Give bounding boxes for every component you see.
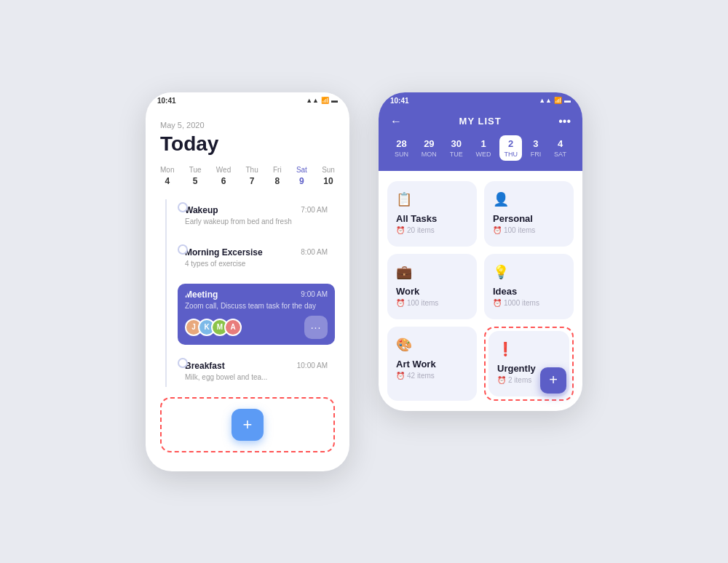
meeting-title: Meeting	[185, 290, 218, 300]
wakeup-title: Wakeup	[185, 205, 218, 215]
dot-meeting	[178, 287, 188, 297]
cal-day-4[interactable]: 4 SAT	[550, 135, 571, 161]
week-day-sun[interactable]: Sun 10	[322, 166, 335, 186]
meeting-avatars: J K M A ···	[185, 316, 328, 339]
all-tasks-name: All Tasks	[396, 213, 437, 224]
urgently-icon: ❗	[497, 341, 513, 357]
day-num-mon: 4	[165, 176, 170, 186]
day-num-thu: 7	[250, 176, 255, 186]
meeting-time: 9:00 AM	[301, 290, 328, 298]
task-card-artwork[interactable]: 🎨 Art Work ⏰ 42 items	[387, 327, 477, 401]
app-wrapper: 10:41 ▲▲ 📶 ▬ May 5, 2020 Today Mon 4 Tue…	[116, 63, 612, 500]
urgently-add-wrapper: ❗ Urgently ⏰ 2 items +	[484, 327, 574, 401]
task-card-all-tasks[interactable]: 📋 All Tasks ⏰ 20 items	[387, 181, 477, 247]
right-nav: ← MY LIST •••	[390, 115, 571, 128]
cal-day-29[interactable]: 29 MON	[417, 135, 441, 161]
day-num-fri: 8	[274, 176, 280, 186]
week-day-fri[interactable]: Fri 8	[273, 166, 282, 186]
clock-icon-2: ⏰	[493, 226, 502, 234]
task-card-work[interactable]: 💼 Work ⏰ 100 items	[387, 254, 477, 319]
day-num-wed: 6	[221, 176, 226, 186]
cal-day-1[interactable]: 1 WED	[472, 135, 496, 161]
wifi-icon: 📶	[321, 97, 329, 104]
week-day-thu[interactable]: Thu 7	[245, 166, 258, 186]
day-num-tue: 5	[193, 176, 198, 186]
clock-icon-3: ⏰	[396, 299, 405, 307]
right-status-bar: 10:41 ▲▲ 📶 ▬	[379, 92, 582, 109]
meeting-more-button[interactable]: ···	[304, 316, 328, 339]
list-title: MY LIST	[459, 116, 502, 127]
meeting-desc: Zoom call, Discuss team task for the day	[185, 302, 328, 310]
ideas-icon: 💡	[493, 264, 509, 280]
dots-icon: ···	[311, 322, 322, 333]
timeline-line	[165, 199, 167, 387]
day-name-wed: Wed	[216, 166, 231, 174]
battery-icon-r: ▬	[564, 97, 571, 104]
cal-day-30[interactable]: 30 TUE	[446, 135, 467, 161]
card-exercise: Morning Excersise 8:00 AM 4 types of exe…	[178, 241, 335, 273]
timeline-item-exercise[interactable]: Morning Excersise 8:00 AM 4 types of exe…	[178, 241, 335, 273]
timeline-item-breakfast[interactable]: Breakfast 10:00 AM Milk, egg bowel and t…	[178, 355, 335, 387]
card-breakfast: Breakfast 10:00 AM Milk, egg bowel and t…	[178, 355, 335, 387]
avatars-group: J K M A	[185, 319, 237, 336]
work-count: ⏰ 100 items	[396, 299, 438, 307]
breakfast-title: Breakfast	[185, 361, 225, 371]
task-card-personal[interactable]: 👤 Personal ⏰ 100 items	[484, 181, 574, 247]
artwork-icon: 🎨	[396, 337, 412, 353]
timeline-item-wakeup[interactable]: Wakeup 7:00 AM Early wakeup from bed and…	[178, 199, 335, 231]
back-button[interactable]: ←	[390, 115, 402, 128]
add-event-button[interactable]: +	[232, 409, 264, 441]
all-tasks-icon: 📋	[396, 191, 412, 207]
wifi-icon-r: 📶	[554, 97, 562, 104]
ideas-count: ⏰ 1000 items	[493, 299, 539, 307]
cal-day-3[interactable]: 3 FRI	[526, 135, 546, 161]
wakeup-desc: Early wakeup from bed and fresh	[185, 217, 328, 225]
left-status-icons: ▲▲ 📶 ▬	[306, 97, 338, 104]
week-day-mon[interactable]: Mon 4	[160, 166, 174, 186]
left-time: 10:41	[157, 97, 176, 105]
day-name-thu: Thu	[245, 166, 258, 174]
day-name-sat: Sat	[296, 166, 307, 174]
today-title: Today	[160, 132, 335, 156]
battery-icon: ▬	[331, 97, 338, 104]
right-status-icons: ▲▲ 📶 ▬	[539, 97, 571, 104]
calendar-row: 28 SUN 29 MON 30 TUE 1 WED 2 THU	[390, 135, 571, 161]
day-num-sat: 9	[299, 176, 304, 186]
urgently-add-button[interactable]: +	[540, 367, 566, 394]
left-phone-body: May 5, 2020 Today Mon 4 Tue 5 Wed 6 Thu …	[146, 109, 349, 471]
date-label: May 5, 2020	[160, 121, 335, 129]
day-num-sun: 10	[323, 176, 333, 186]
urgently-name: Urgently	[497, 363, 536, 374]
clock-icon-1: ⏰	[396, 226, 405, 234]
cal-day-2[interactable]: 2 THU	[499, 135, 522, 161]
card-wakeup: Wakeup 7:00 AM Early wakeup from bed and…	[178, 199, 335, 231]
wakeup-time: 7:00 AM	[301, 206, 328, 214]
clock-icon-6: ⏰	[497, 376, 506, 384]
signal-icon: ▲▲	[306, 97, 319, 104]
cal-day-28[interactable]: 28 SUN	[390, 135, 413, 161]
timeline-item-meeting[interactable]: Meeting 9:00 AM Zoom call, Discuss team …	[178, 284, 335, 345]
artwork-count: ⏰ 42 items	[396, 372, 435, 380]
tasks-grid: 📋 All Tasks ⏰ 20 items 👤 Personal ⏰ 100 …	[387, 181, 574, 401]
exercise-time: 8:00 AM	[301, 248, 328, 256]
right-phone: 10:41 ▲▲ 📶 ▬ ← MY LIST ••• 28 SUN 29 MO	[379, 92, 582, 411]
personal-icon: 👤	[493, 191, 509, 207]
signal-icon-r: ▲▲	[539, 97, 552, 104]
week-day-tue[interactable]: Tue 5	[189, 166, 202, 186]
dot-wakeup	[178, 202, 188, 212]
ideas-name: Ideas	[493, 286, 517, 297]
breakfast-desc: Milk, egg bowel and tea...	[185, 373, 328, 381]
right-phone-header: ← MY LIST ••• 28 SUN 29 MON 30 TUE 1	[379, 109, 582, 171]
exercise-desc: 4 types of exercise	[185, 260, 328, 268]
day-name-tue: Tue	[189, 166, 202, 174]
task-card-ideas[interactable]: 💡 Ideas ⏰ 1000 items	[484, 254, 574, 319]
card-meeting: Meeting 9:00 AM Zoom call, Discuss team …	[178, 284, 335, 345]
more-button[interactable]: •••	[558, 115, 571, 128]
week-day-sat[interactable]: Sat 9	[296, 166, 307, 186]
breakfast-time: 10:00 AM	[297, 362, 328, 370]
day-name-sun: Sun	[322, 166, 335, 174]
clock-icon-5: ⏰	[396, 372, 405, 380]
personal-name: Personal	[493, 213, 533, 224]
week-day-wed[interactable]: Wed 6	[216, 166, 231, 186]
right-phone-body: 📋 All Tasks ⏰ 20 items 👤 Personal ⏰ 100 …	[379, 171, 582, 411]
